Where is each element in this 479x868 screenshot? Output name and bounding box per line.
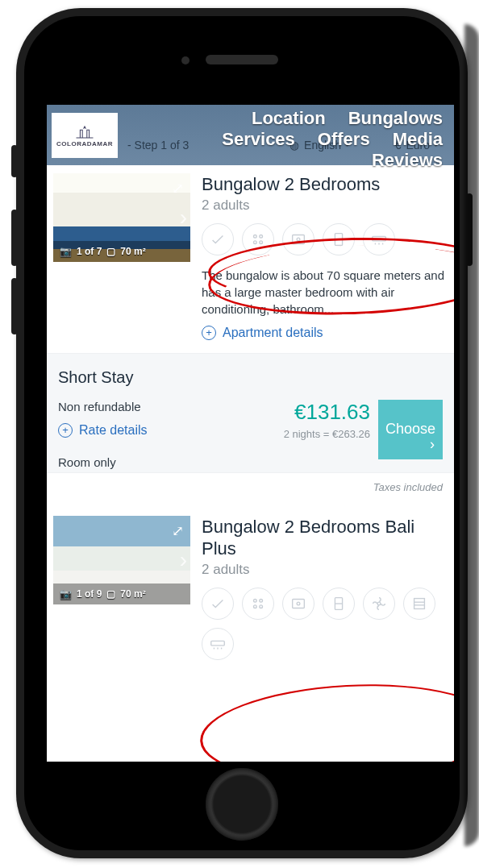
screen-viewport: COLORADAMAR - Step 1 of 3 ◍ English › € … bbox=[47, 105, 454, 762]
amenity-row bbox=[202, 223, 448, 255]
nav-location[interactable]: Location bbox=[252, 108, 326, 129]
next-photo-icon[interactable]: › bbox=[180, 205, 187, 230]
rate-name: Short Stay bbox=[58, 368, 443, 387]
mute-switch bbox=[11, 145, 18, 177]
non-refundable-label: Non refundable bbox=[58, 400, 284, 413]
svg-point-20 bbox=[377, 602, 381, 605]
photo-counter: 1 of 7 bbox=[77, 246, 102, 257]
apartment-details-link[interactable]: + Apartment details bbox=[202, 326, 448, 340]
plus-icon: + bbox=[58, 423, 73, 438]
rate-price: €131.63 bbox=[284, 400, 370, 425]
details-label: Apartment details bbox=[223, 326, 323, 340]
svg-point-2 bbox=[254, 240, 257, 243]
svg-point-12 bbox=[254, 599, 257, 602]
meal-plan: Room only bbox=[58, 455, 284, 469]
listing-description: The bungalow is about 70 square meters a… bbox=[202, 267, 448, 318]
rate-nights: 2 nights = €263.26 bbox=[284, 428, 370, 440]
camera-icon: 📷 bbox=[60, 246, 72, 257]
safe-icon[interactable] bbox=[282, 588, 314, 620]
fan-icon[interactable] bbox=[363, 588, 395, 620]
amenity-row bbox=[202, 588, 448, 660]
listing-photo[interactable]: ⤢ › 📷 1 of 7 ▢ 70 m² bbox=[53, 173, 190, 262]
listing-row: ⤢ › 📷 1 of 7 ▢ 70 m² Bungalow 2 Bedrooms… bbox=[47, 165, 454, 354]
fridge-icon[interactable] bbox=[323, 588, 355, 620]
listing-occupancy: 2 adults bbox=[202, 197, 448, 214]
fridge-icon[interactable] bbox=[323, 223, 355, 255]
svg-rect-16 bbox=[293, 599, 305, 608]
nav-media[interactable]: Media bbox=[393, 129, 443, 150]
rate-card: Short Stay Non refundable + Rate details… bbox=[47, 354, 454, 473]
area-label: 70 m² bbox=[120, 588, 145, 600]
aircon-icon[interactable] bbox=[363, 223, 395, 255]
nav-services[interactable]: Services bbox=[222, 129, 295, 150]
photo-meta: 📷 1 of 9 ▢ 70 m² bbox=[53, 584, 190, 604]
kitchen-icon[interactable] bbox=[242, 223, 274, 255]
vol-up bbox=[11, 210, 18, 266]
expand-icon[interactable]: ⤢ bbox=[172, 522, 184, 540]
vol-down bbox=[11, 278, 18, 334]
aircon-icon[interactable] bbox=[202, 628, 234, 660]
svg-point-17 bbox=[297, 602, 300, 605]
svg-rect-4 bbox=[293, 235, 305, 243]
svg-rect-8 bbox=[373, 236, 386, 241]
kitchen-icon[interactable] bbox=[242, 588, 274, 620]
phone-frame: COLORADAMAR - Step 1 of 3 ◍ English › € … bbox=[16, 8, 468, 858]
photo-meta: 📷 1 of 7 ▢ 70 m² bbox=[53, 241, 190, 262]
plus-icon: + bbox=[202, 326, 216, 340]
svg-point-1 bbox=[260, 235, 263, 238]
svg-point-14 bbox=[254, 604, 257, 608]
main-nav: Location Bungalows Services Offers Media… bbox=[47, 105, 454, 165]
svg-point-15 bbox=[260, 604, 263, 608]
towels-icon[interactable] bbox=[403, 588, 435, 620]
phone-speaker bbox=[206, 55, 278, 64]
nav-bungalows[interactable]: Bungalows bbox=[348, 108, 443, 129]
svg-point-3 bbox=[260, 240, 263, 243]
floorplan-icon: ▢ bbox=[106, 588, 115, 600]
camera-icon: 📷 bbox=[60, 588, 72, 600]
results-list: ⤢ › 📷 1 of 7 ▢ 70 m² Bungalow 2 Bedrooms… bbox=[47, 165, 454, 762]
nav-offers[interactable]: Offers bbox=[318, 129, 370, 150]
svg-point-5 bbox=[297, 238, 300, 241]
rate-details-label: Rate details bbox=[79, 423, 148, 438]
choose-label: Choose bbox=[385, 421, 435, 438]
next-photo-icon[interactable]: › bbox=[180, 547, 187, 573]
safe-icon[interactable] bbox=[282, 223, 314, 255]
choose-button[interactable]: Choose › bbox=[378, 400, 443, 459]
checkmark-icon[interactable] bbox=[202, 588, 234, 620]
svg-point-13 bbox=[260, 599, 263, 602]
listing-title: Bungalow 2 Bedrooms Bali Plus bbox=[202, 516, 448, 560]
home-button[interactable] bbox=[206, 768, 278, 841]
app-header: COLORADAMAR - Step 1 of 3 ◍ English › € … bbox=[47, 105, 454, 165]
svg-point-0 bbox=[254, 235, 257, 238]
listing-occupancy: 2 adults bbox=[202, 562, 448, 578]
photo-counter: 1 of 9 bbox=[77, 588, 102, 600]
taxes-note: Taxes included bbox=[47, 473, 454, 508]
area-label: 70 m² bbox=[120, 246, 145, 257]
svg-rect-21 bbox=[414, 598, 425, 608]
rate-details-link[interactable]: + Rate details bbox=[58, 423, 284, 438]
nav-reviews[interactable]: Reviews bbox=[372, 150, 443, 171]
listing-title: Bungalow 2 Bedrooms bbox=[202, 173, 448, 196]
expand-icon[interactable]: ⤢ bbox=[172, 180, 184, 197]
checkmark-icon[interactable] bbox=[202, 223, 234, 255]
svg-rect-24 bbox=[211, 641, 225, 646]
listing-row: ⤢ › 📷 1 of 9 ▢ 70 m² Bungalow 2 Bedrooms… bbox=[47, 508, 454, 684]
listing-photo[interactable]: ⤢ › 📷 1 of 9 ▢ 70 m² bbox=[53, 516, 190, 604]
floorplan-icon: ▢ bbox=[106, 246, 115, 257]
phone-camera bbox=[181, 56, 190, 64]
chevron-right-icon: › bbox=[430, 436, 435, 453]
